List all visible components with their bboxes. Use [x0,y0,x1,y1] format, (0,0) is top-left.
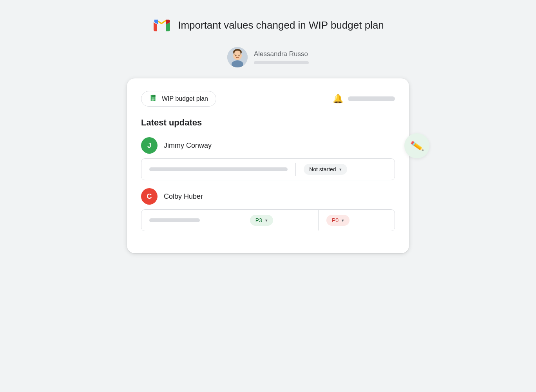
sender-name: Alessandra Russo [254,50,309,58]
chevron-down-icon-p3: ▾ [265,218,268,223]
svg-point-5 [235,55,237,56]
user-name-jimmy: Jimmy Conway [164,142,212,150]
data-row-jimmy: Not started ▾ [141,158,395,180]
card: WIP budget plan 🔔 Latest updates J Jimmy… [127,78,409,253]
user-name-colby: Colby Huber [164,192,203,201]
svg-point-4 [234,51,241,56]
email-header: Important values changed in WIP budget p… [152,16,384,34]
data-cell-colby-p3[interactable]: P3 ▾ [242,210,319,230]
sheets-icon [149,94,158,103]
sender-info: Alessandra Russo [254,50,309,64]
update-block-jimmy: J Jimmy Conway Not started ▾ [141,137,395,180]
data-cell-colby-p0[interactable]: P0 ▾ [319,210,395,230]
section-title: Latest updates [141,118,395,128]
user-avatar-colby: C [141,188,158,205]
placeholder-bar-colby [149,218,200,222]
chevron-down-icon-jimmy: ▾ [339,167,342,172]
status-label-jimmy: Not started [309,166,336,172]
svg-point-6 [239,55,240,56]
email-subject: Important values changed in WIP budget p… [178,19,384,31]
gmail-logo-icon [152,16,171,34]
edit-fab-button[interactable]: ✏️ [404,133,429,158]
user-row-colby: C Colby Huber [141,188,395,205]
user-avatar-jimmy: J [141,137,158,154]
card-header-right: 🔔 [333,94,395,104]
sender-row: Alessandra Russo [227,47,309,67]
svg-rect-10 [152,98,155,98]
status-badge-jimmy[interactable]: Not started ▾ [304,164,347,175]
card-header: WIP budget plan 🔔 [141,91,395,107]
badge-p3[interactable]: P3 ▾ [250,215,273,226]
update-block-colby: C Colby Huber P3 ▾ P0 ▾ [141,188,395,231]
placeholder-bar-jimmy [149,167,288,171]
badge-p0-label: P0 [332,217,339,223]
bell-icon[interactable]: 🔔 [333,94,343,104]
data-cell-colby-1 [141,214,242,227]
badge-p3-label: P3 [255,217,262,223]
chevron-down-icon-p0: ▾ [342,218,344,223]
page-container: Important values changed in WIP budget p… [0,0,536,392]
sender-subtitle-bar [254,61,309,64]
data-cell-jimmy-1 [141,163,296,176]
data-cell-jimmy-status[interactable]: Not started ▾ [296,159,395,180]
user-row-jimmy: J Jimmy Conway [141,137,395,154]
svg-rect-11 [152,99,155,99]
sender-avatar [227,47,248,67]
badge-p0[interactable]: P0 ▾ [326,215,349,226]
data-row-colby: P3 ▾ P0 ▾ [141,209,395,231]
header-bar [348,96,395,101]
edit-pencil-icon: ✏️ [410,139,424,153]
sheet-name: WIP budget plan [162,95,208,102]
sheet-pill[interactable]: WIP budget plan [141,91,216,107]
